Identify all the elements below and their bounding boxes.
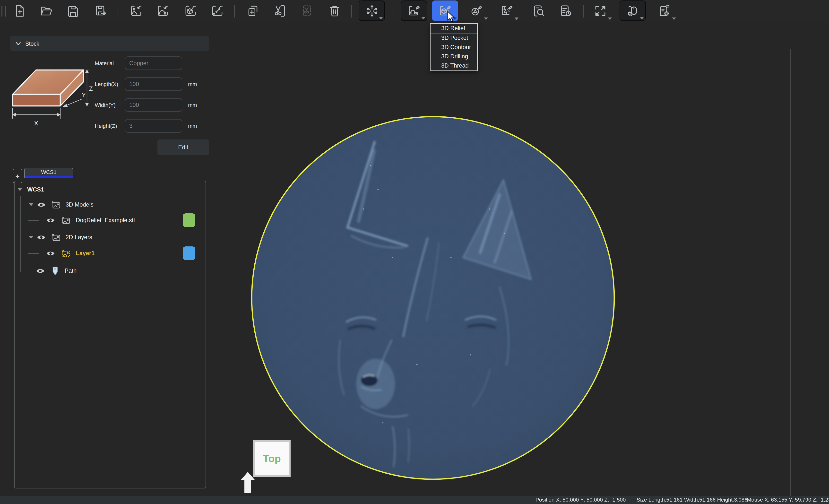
height-label: Height(Z) [95,123,125,129]
import-vector-button[interactable] [150,0,176,21]
height-input[interactable] [125,119,182,133]
toolbar [0,0,829,22]
toolbar-separator [583,5,584,17]
tree-row-3d-models[interactable]: 3D Models [14,199,94,210]
menu-item-3d-thread[interactable]: 3D Thread [431,61,477,70]
mouse-settings-icon [626,4,639,17]
save-as-button[interactable] [87,0,114,21]
fit-view-icon [593,4,607,17]
menu-item-3d-drilling[interactable]: 3D Drilling [431,52,477,61]
tree-label-path[interactable]: Path [65,267,76,274]
dropdown-caret [515,17,518,20]
length-unit: mm [188,81,197,87]
chevron-down-icon [15,42,21,45]
simulation-icon [500,4,513,17]
stock-section-header[interactable]: Stock [10,36,209,51]
dropdown-caret [640,17,644,20]
dropdown-caret [379,17,383,20]
open-file-button[interactable] [33,0,59,21]
status-mouse: Mouse X: 63.155 Y: 59.790 Z: -1.231 [747,497,829,503]
fit-view-button[interactable] [587,0,613,21]
visibility-eye-icon[interactable] [46,250,55,256]
2d-toolpath-icon [407,4,421,17]
relief-preview [247,112,619,484]
rotary-toolpath-button[interactable] [463,0,489,21]
visibility-eye-icon[interactable] [37,234,46,240]
model-color-swatch[interactable] [183,213,195,227]
copy-button[interactable] [240,0,266,21]
wcs-tab-label: WCS1 [41,169,57,175]
dropdown-caret [484,17,488,20]
post-processor-button[interactable] [651,0,677,21]
toolbar-separator [394,5,394,17]
image-layer-icon [51,201,61,209]
height-field-row: Height(Z) mm [95,118,197,133]
tree-label-wcs1[interactable]: WCS1 [27,186,44,193]
import-model-button[interactable] [177,0,204,21]
material-input[interactable] [125,57,182,70]
inspect-code-button[interactable] [526,0,552,21]
save-button[interactable] [60,0,86,21]
time-estimate-button[interactable] [552,0,579,21]
collapse-triangle-icon[interactable] [29,203,34,206]
toolpath-node-icon [51,266,59,275]
status-position: Position X: 50.000 Y: 50.000 Z: -1.500 [536,497,626,503]
tree-row-path[interactable]: Path [14,265,76,277]
new-file-button[interactable] [6,0,33,21]
width-unit: mm [188,102,197,108]
transform-button[interactable] [359,0,385,21]
tree-row-wcs1[interactable]: WCS1 [14,184,44,195]
collapse-triangle-icon[interactable] [29,236,34,239]
trim-button[interactable] [294,0,320,21]
visibility-eye-icon[interactable] [36,267,45,274]
view-label: Top [263,453,281,464]
2d-toolpath-button[interactable] [401,0,427,21]
toolbar-grip[interactable] [1,6,6,16]
layer-color-swatch[interactable] [183,246,195,260]
mouse-settings-button[interactable] [620,0,646,21]
tree-label-3d-models[interactable]: 3D Models [66,201,94,208]
3d-toolpath-menu: 3D Relief 3D Pocket 3D Contour 3D Drilli… [430,23,478,71]
wcs-tab-active-bar [25,176,73,178]
import-image-button[interactable] [123,0,149,21]
height-unit: mm [188,123,197,129]
toolbar-separator [351,5,352,17]
visibility-eye-icon[interactable] [37,202,46,208]
import-image-icon [130,4,143,17]
status-bar: Position X: 50.000 Y: 50.000 Z: -1.500 S… [0,496,829,504]
delete-button[interactable] [321,0,348,21]
cut-button[interactable] [266,0,292,21]
length-input[interactable] [125,77,182,91]
new-file-icon [13,4,26,17]
time-estimate-icon [559,4,572,17]
import-vector-icon [156,4,169,17]
menu-item-3d-contour[interactable]: 3D Contour [431,43,477,52]
length-field-row: Length(X) mm [95,77,197,92]
collapse-triangle-icon[interactable] [17,188,22,191]
tree-row-dogrelief[interactable]: DogRelief_Example.stl [14,214,135,226]
simulation-button[interactable] [494,0,520,21]
toolbar-separator [118,5,118,17]
model-file-icon [61,216,70,224]
wcs-tab[interactable]: WCS1 [24,168,73,178]
tree-row-layer1[interactable]: Layer1 [14,247,95,259]
tree-row-2d-layers[interactable]: 2D Layers [14,231,92,243]
tree-label-2d-layers[interactable]: 2D Layers [66,234,92,241]
dropdown-caret [672,17,676,20]
view-orientation-cube[interactable]: Top [253,440,291,477]
tree-label-layer1[interactable]: Layer1 [76,250,95,257]
save-icon [66,4,79,17]
width-input[interactable] [125,98,182,112]
menu-item-3d-pocket[interactable]: 3D Pocket [431,34,477,43]
visibility-eye-icon[interactable] [46,217,55,223]
material-label: Material [95,60,125,66]
edit-stock-button[interactable]: Edit [157,140,209,155]
dropdown-caret [608,17,612,20]
import-toolpath-button[interactable] [204,0,230,21]
home-view-arrow-icon[interactable] [241,472,255,495]
trim-icon [300,4,314,17]
tree-label-dogrelief[interactable]: DogRelief_Example.stl [76,217,135,223]
menu-item-3d-relief[interactable]: 3D Relief [431,24,477,34]
save-as-icon [94,4,107,17]
material-field-row: Material [95,56,182,70]
